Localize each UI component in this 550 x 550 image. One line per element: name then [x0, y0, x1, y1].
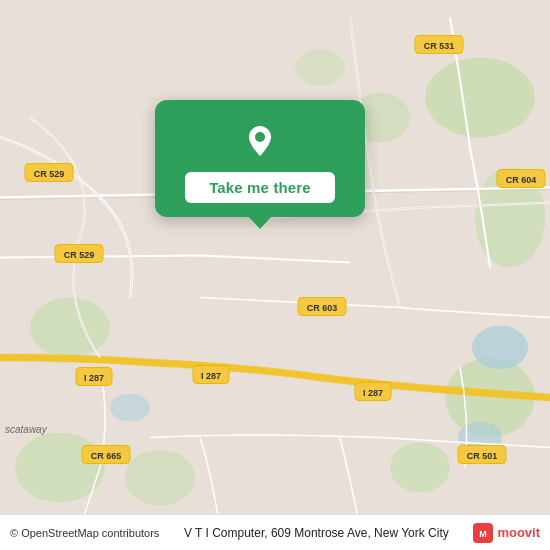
svg-text:CR 529: CR 529 — [34, 169, 65, 179]
svg-point-7 — [125, 450, 195, 506]
svg-point-40 — [255, 132, 265, 142]
moovit-icon: M — [473, 523, 493, 543]
attribution: © OpenStreetMap contributors — [10, 527, 159, 539]
svg-point-12 — [110, 394, 150, 422]
svg-text:M: M — [480, 529, 488, 539]
moovit-brand: M moovit — [473, 523, 540, 543]
svg-point-1 — [425, 58, 535, 138]
svg-text:CR 531: CR 531 — [424, 41, 455, 51]
address-label: V T I Computer, 609 Montrose Ave, New Yo… — [184, 526, 449, 540]
openstreetmap-copyright: © OpenStreetMap contributors — [10, 527, 159, 539]
svg-text:scataway: scataway — [5, 424, 48, 435]
svg-point-9 — [295, 50, 345, 86]
bottom-bar: © OpenStreetMap contributors V T I Compu… — [0, 514, 550, 550]
svg-text:I 287: I 287 — [201, 371, 221, 381]
map-background: CR 531 CR 604 CR 529 CR 529 CR 603 I 287… — [0, 0, 550, 550]
moovit-label: moovit — [497, 525, 540, 540]
svg-text:CR 665: CR 665 — [91, 451, 122, 461]
svg-point-5 — [30, 298, 110, 358]
svg-text:CR 501: CR 501 — [467, 451, 498, 461]
take-me-there-button[interactable]: Take me there — [185, 172, 335, 203]
svg-text:CR 603: CR 603 — [307, 303, 338, 313]
svg-text:I 287: I 287 — [84, 373, 104, 383]
svg-text:I 287: I 287 — [363, 388, 383, 398]
svg-text:CR 604: CR 604 — [506, 175, 537, 185]
svg-point-4 — [390, 443, 450, 493]
popup-card: Take me there — [155, 100, 365, 217]
svg-text:CR 529: CR 529 — [64, 250, 95, 260]
svg-point-10 — [472, 326, 528, 370]
map-container: CR 531 CR 604 CR 529 CR 529 CR 603 I 287… — [0, 0, 550, 550]
location-pin-icon — [238, 118, 282, 162]
